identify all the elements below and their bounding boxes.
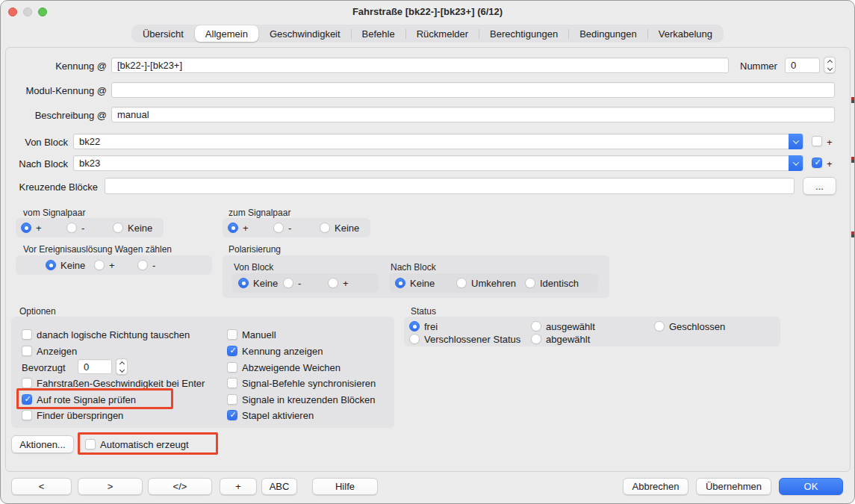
von-block-dropdown-button[interactable] — [789, 134, 803, 149]
hilfe-button[interactable]: Hilfe — [312, 478, 378, 495]
chevron-down-icon — [792, 159, 798, 165]
uebernehmen-button[interactable]: Übernehmen — [696, 478, 771, 495]
window-title: Fahrstraße [bk22-]-[bk23+] (6/12) — [1, 6, 854, 17]
checkbox-label: Manuell — [242, 329, 276, 340]
checkbox-label: Signal-Befehle synchronisieren — [242, 378, 376, 389]
von-block-plus-checkbox[interactable] — [812, 136, 822, 146]
checkbox-icon — [22, 378, 32, 388]
radio-icon — [21, 223, 31, 233]
abc-button[interactable]: ABC — [261, 478, 297, 495]
checkbox-geschwindigkeit-enter[interactable]: Fahrstraßen-Geschwindigkeit bei Enter — [22, 377, 205, 389]
radio-label: + — [36, 223, 42, 234]
status-radio-verschlossener[interactable]: Verschlossener Status — [409, 333, 520, 345]
polarisierung-von-block-group: Keine - + — [232, 273, 379, 293]
tab-segmented-control: Übersicht Allgemein Geschwindigkeit Befe… — [131, 25, 724, 43]
wagen-zaehlen-radio-minus[interactable]: - — [137, 259, 155, 271]
radio-icon — [456, 278, 467, 288]
radio-label: + — [109, 260, 115, 271]
polarisierung-nb-radio-umkehren[interactable]: Umkehren — [456, 277, 516, 289]
kennung-label: Kennung @ — [16, 60, 107, 72]
checkbox-finder-ueberspringen[interactable]: Finder überspringen — [22, 409, 123, 421]
radio-icon — [531, 321, 541, 332]
checkbox-abzweigende-weichen[interactable]: Abzweigende Weichen — [227, 361, 341, 373]
tab-allgemein[interactable]: Allgemein — [195, 25, 258, 42]
edge-artifact — [851, 97, 854, 103]
abbrechen-button[interactable]: Abbrechen — [623, 478, 688, 495]
tab-berechtigungen[interactable]: Berechtigungen — [479, 25, 568, 43]
nummer-stepper[interactable] — [824, 57, 836, 73]
checkbox-stapel-aktivieren[interactable]: Stapel aktivieren — [227, 409, 314, 421]
ok-button[interactable]: OK — [779, 478, 843, 495]
wagen-zaehlen-title: Vor Ereignisauslösung Wagen zählen — [23, 244, 172, 255]
polarisierung-nb-radio-identisch[interactable]: Identisch — [525, 277, 579, 289]
tab-rueckmelder[interactable]: Rückmelder — [406, 25, 479, 43]
polarisierung-nach-block-title: Nach Block — [391, 262, 436, 273]
checkbox-manuell[interactable]: Manuell — [227, 329, 276, 340]
status-radio-abgewaehlt[interactable]: abgewählt — [531, 333, 590, 345]
tab-uebersicht[interactable]: Übersicht — [132, 25, 194, 43]
radio-label: frei — [424, 321, 438, 332]
kreuzende-bloecke-input[interactable] — [105, 178, 795, 194]
tab-befehle[interactable]: Befehle — [352, 25, 405, 43]
source-button[interactable]: </> — [148, 478, 212, 495]
polarisierung-vb-radio-minus[interactable]: - — [283, 277, 301, 289]
polarisierung-vb-radio-keine[interactable]: Keine — [238, 277, 278, 289]
nach-block-combobox[interactable]: bk23 — [73, 155, 803, 171]
wagen-zaehlen-radio-keine[interactable]: Keine — [46, 259, 85, 271]
edge-artifact — [851, 157, 854, 163]
checkbox-kennung-anzeigen[interactable]: Kennung anzeigen — [227, 345, 323, 357]
stepper-up-icon — [119, 361, 124, 366]
radio-icon — [654, 321, 665, 332]
checkbox-signale-kreuzende[interactable]: Signale in kreuzenden Blöcken — [227, 393, 376, 405]
radio-icon — [46, 260, 56, 270]
prev-button[interactable]: < — [11, 478, 72, 495]
checkbox-icon — [22, 410, 32, 420]
beschreibung-input[interactable]: manual — [111, 107, 835, 122]
zum-signalpaar-radio-plus[interactable]: + — [228, 222, 249, 234]
vom-signalpaar-radio-plus[interactable]: + — [21, 222, 42, 234]
stepper-up-icon — [827, 59, 832, 64]
nach-block-plus-checkbox[interactable] — [812, 158, 822, 168]
tab-verkabelung[interactable]: Verkabelung — [648, 25, 723, 43]
nach-block-dropdown-button[interactable] — [789, 155, 803, 171]
bevorzugt-stepper[interactable] — [116, 358, 128, 375]
zum-signalpaar-radio-minus[interactable]: - — [273, 222, 291, 234]
status-radio-ausgewaehlt[interactable]: ausgewählt — [531, 320, 595, 332]
nach-block-label: Nach Block — [14, 158, 68, 169]
polarisierung-nach-block-group: Keine Umkehren Identisch — [389, 273, 598, 293]
vom-signalpaar-title: vom Signalpaar — [23, 208, 85, 218]
modul-kennung-input[interactable] — [111, 82, 835, 98]
checkbox-rote-signale[interactable]: Auf rote Signale prüfen — [22, 393, 136, 405]
von-block-combobox[interactable]: bk22 — [73, 134, 803, 149]
status-title: Status — [411, 306, 436, 317]
checkbox-richtung-tauschen[interactable]: danach logische Richtung tauschen — [22, 329, 190, 340]
kennung-input[interactable]: [bk22-]-[bk23+] — [111, 57, 729, 73]
radio-label: Keine — [128, 223, 152, 234]
vom-signalpaar-radio-keine[interactable]: Keine — [113, 222, 152, 234]
radio-icon — [320, 223, 330, 233]
vom-signalpaar-radio-minus[interactable]: - — [66, 222, 84, 234]
status-radio-geschlossen[interactable]: Geschlossen — [654, 320, 725, 332]
checkbox-icon — [227, 410, 237, 420]
nummer-input[interactable]: 0 — [785, 57, 820, 73]
polarisierung-nb-radio-keine[interactable]: Keine — [395, 277, 435, 289]
titlebar: Fahrstraße [bk22-]-[bk23+] (6/12) — [1, 1, 854, 22]
aktionen-button[interactable]: Aktionen... — [11, 435, 74, 453]
checkbox-label: Abzweigende Weichen — [242, 362, 341, 373]
radio-icon — [531, 334, 541, 344]
bevorzugt-input[interactable]: 0 — [78, 359, 112, 374]
add-button[interactable]: + — [220, 478, 257, 495]
tab-bar: Übersicht Allgemein Geschwindigkeit Befe… — [1, 25, 854, 43]
checkbox-anzeigen[interactable]: Anzeigen — [22, 345, 77, 357]
zum-signalpaar-radio-keine[interactable]: Keine — [320, 222, 359, 234]
wagen-zaehlen-radio-plus[interactable]: + — [94, 259, 115, 271]
next-button[interactable]: > — [78, 478, 143, 495]
checkbox-automatisch-erzeugt[interactable]: Automatisch erzeugt — [85, 438, 189, 450]
status-radio-frei[interactable]: frei — [409, 320, 438, 332]
polarisierung-vb-radio-plus[interactable]: + — [328, 277, 349, 289]
tab-geschwindigkeit[interactable]: Geschwindigkeit — [259, 25, 351, 43]
tab-bedingungen[interactable]: Bedingungen — [569, 25, 647, 43]
kreuzende-bloecke-more-button[interactable]: ... — [803, 177, 836, 195]
radio-icon — [113, 223, 123, 233]
checkbox-signal-befehle-sync[interactable]: Signal-Befehle synchronisieren — [227, 377, 376, 389]
